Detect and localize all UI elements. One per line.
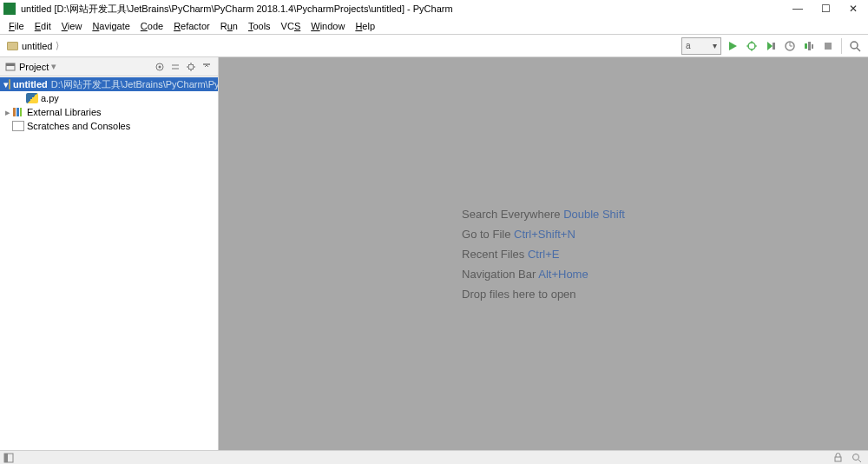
scratch-icon	[12, 121, 24, 131]
tree-root[interactable]: ▾ untitled D:\网站开发工具\JetBrains\PyCharm\P…	[0, 77, 218, 91]
tree-scratches-label: Scratches and Consoles	[27, 121, 130, 131]
editor-hints: Search Everywhere Double Shift Go to Fil…	[462, 201, 625, 308]
svg-point-15	[851, 42, 858, 49]
menu-bar: File Edit View Navigate Code Refactor Ru…	[0, 17, 868, 35]
menu-navigate[interactable]: Navigate	[87, 21, 135, 31]
tree-external-libraries[interactable]: ▸ External Libraries	[0, 105, 218, 119]
chevron-right-icon: ⟩	[52, 40, 62, 51]
maximize-button[interactable]: ☐	[819, 3, 832, 15]
search-button[interactable]	[847, 38, 863, 54]
tree-file[interactable]: a.py	[0, 91, 218, 105]
project-icon	[5, 62, 16, 72]
settings-button[interactable]	[185, 61, 197, 73]
project-sidebar: Project ▾ ▾ untitled D:\网站开发工具\JetBrains…	[0, 57, 219, 450]
menu-edit[interactable]: Edit	[30, 21, 56, 31]
menu-file[interactable]: File	[3, 21, 30, 31]
project-panel-header[interactable]: Project ▾	[0, 57, 218, 76]
svg-marker-0	[729, 42, 737, 50]
expand-arrow-icon[interactable]: ▸	[3, 107, 12, 118]
tree-scratches[interactable]: Scratches and Consoles	[0, 119, 218, 133]
coverage-button[interactable]	[763, 38, 779, 54]
app-icon	[3, 3, 16, 15]
status-bar	[0, 450, 868, 464]
menu-code[interactable]: Code	[135, 21, 168, 31]
shortcut: Double Shift	[563, 208, 625, 221]
svg-rect-27	[20, 108, 22, 116]
svg-point-1	[748, 43, 755, 50]
run-config-label: a	[686, 41, 691, 50]
close-button[interactable]: ✕	[847, 3, 859, 15]
menu-refactor[interactable]: Refactor	[168, 21, 215, 31]
hint-recent: Recent Files Ctrl+E	[462, 248, 625, 261]
hint-search: Search Everywhere Double Shift	[462, 208, 625, 221]
svg-rect-12	[808, 42, 811, 50]
svg-rect-18	[6, 63, 15, 66]
folder-icon	[9, 79, 10, 89]
svg-rect-11	[805, 43, 807, 49]
python-file-icon	[26, 93, 38, 103]
tool-window-quick-access[interactable]	[2, 452, 16, 464]
hint-navbar: Navigation Bar Alt+Home	[462, 268, 625, 281]
hide-button[interactable]	[201, 61, 213, 73]
toolbar: untitled ⟩ a ▾	[0, 35, 868, 57]
chevron-down-icon: ▾	[51, 61, 56, 72]
window-title: untitled [D:\网站开发工具\JetBrains\PyCharm\Py…	[21, 3, 792, 16]
folder-icon	[7, 42, 18, 50]
minimize-button[interactable]: —	[792, 3, 804, 15]
concurrency-button[interactable]	[801, 38, 817, 54]
divider	[841, 38, 842, 54]
svg-rect-29	[4, 454, 8, 462]
hint-drop: Drop files here to open	[462, 288, 625, 301]
run-config-select[interactable]: a ▾	[681, 37, 721, 55]
svg-point-31	[853, 454, 859, 460]
tree-extlib-label: External Libraries	[27, 107, 102, 117]
tree-file-label: a.py	[41, 93, 59, 103]
svg-rect-13	[812, 44, 813, 49]
shortcut: Ctrl+Shift+N	[514, 228, 575, 241]
window-controls: — ☐ ✕	[792, 3, 865, 15]
svg-point-20	[159, 65, 161, 68]
shortcut: Ctrl+E	[528, 248, 559, 261]
project-panel-title: Project	[19, 62, 49, 72]
svg-rect-14	[825, 43, 832, 50]
main-area: Project ▾ ▾ untitled D:\网站开发工具\JetBrains…	[0, 57, 868, 450]
svg-rect-30	[835, 457, 841, 461]
breadcrumb-root: untitled	[22, 41, 52, 51]
menu-view[interactable]: View	[56, 21, 88, 31]
collapse-all-button[interactable]	[169, 61, 181, 73]
hint-goto: Go to File Ctrl+Shift+N	[462, 228, 625, 241]
toolbar-right: a ▾	[681, 37, 868, 55]
editor-area[interactable]: Search Everywhere Double Shift Go to Fil…	[219, 57, 868, 450]
profile-button[interactable]	[782, 38, 798, 54]
lock-icon[interactable]	[832, 452, 844, 464]
library-icon	[12, 107, 24, 117]
stop-button[interactable]	[820, 38, 836, 54]
menu-run[interactable]: Run	[215, 21, 243, 31]
tree-root-path: D:\网站开发工具\JetBrains\PyCharm\PyCharm 2018…	[51, 78, 218, 91]
shortcut: Alt+Home	[538, 268, 588, 281]
svg-rect-25	[13, 108, 16, 116]
breadcrumb[interactable]: untitled ⟩	[0, 40, 62, 51]
title-bar: untitled [D:\网站开发工具\JetBrains\PyCharm\Py…	[0, 0, 868, 17]
run-button[interactable]	[725, 38, 740, 54]
svg-rect-7	[773, 43, 775, 50]
tree-root-label: untitled	[13, 79, 48, 89]
menu-tools[interactable]: Tools	[243, 21, 276, 31]
menu-vcs[interactable]: VCS	[276, 21, 306, 31]
svg-marker-6	[767, 42, 773, 50]
locate-button[interactable]	[154, 61, 166, 73]
svg-rect-26	[16, 108, 19, 116]
svg-line-16	[857, 48, 860, 51]
menu-help[interactable]: Help	[350, 21, 380, 31]
chevron-down-icon: ▾	[713, 41, 717, 50]
menu-window[interactable]: Window	[306, 21, 350, 31]
inspector-icon[interactable]	[851, 452, 863, 464]
debug-button[interactable]	[744, 38, 760, 54]
project-tree: ▾ untitled D:\网站开发工具\JetBrains\PyCharm\P…	[0, 76, 218, 133]
svg-line-32	[858, 460, 861, 462]
